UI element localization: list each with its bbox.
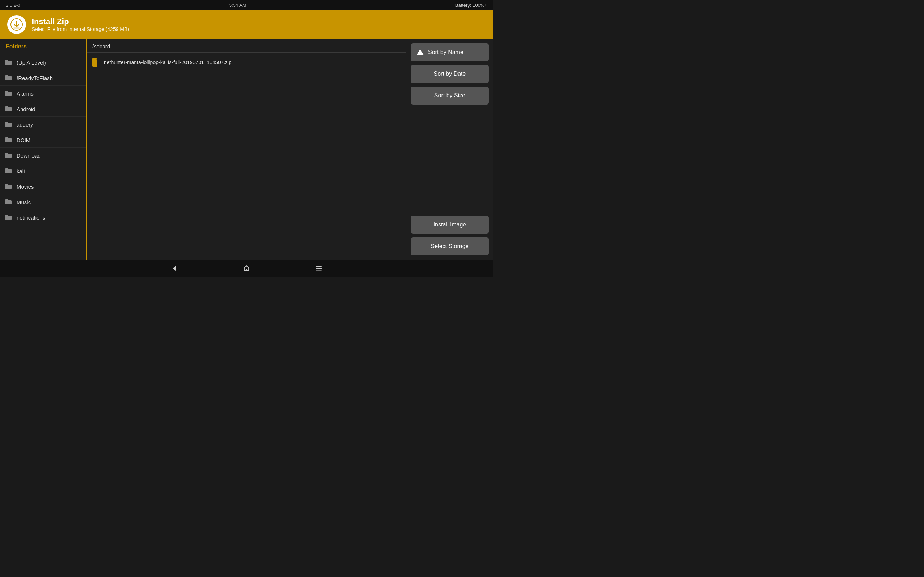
sort-by-size-button[interactable]: Sort by Size — [411, 87, 489, 105]
folder-icon — [4, 121, 12, 128]
menu-icon — [315, 265, 322, 272]
file-item[interactable]: nethunter-manta-lollipop-kalifs-full-201… — [87, 54, 406, 71]
sidebar: Folders (Up A Level)!ReadyToFlashAlarmsA… — [0, 39, 87, 259]
folder-name: DCIM — [16, 137, 30, 143]
folder-item[interactable]: DCIM — [0, 132, 86, 148]
folder-name: kali — [16, 168, 25, 174]
folder-name: Music — [16, 199, 31, 205]
time-text: 5:54 AM — [229, 3, 247, 8]
folder-name: aquery — [16, 121, 33, 128]
sort-by-name-label: Sort by Name — [428, 49, 464, 56]
sort-name-icon — [417, 49, 424, 55]
back-button[interactable] — [167, 261, 181, 276]
svg-rect-5 — [316, 268, 321, 269]
folder-item[interactable]: Movies — [0, 179, 86, 194]
install-image-button[interactable]: Install Image — [411, 216, 489, 234]
version-text: 3.0.2-0 — [6, 3, 20, 8]
folder-icon — [4, 213, 12, 221]
spacer — [411, 108, 489, 212]
app-icon — [7, 15, 26, 34]
nav-bar — [0, 259, 493, 277]
menu-button[interactable] — [312, 261, 326, 276]
app-title-group: Install Zip Select File from Internal St… — [32, 17, 129, 32]
folder-item[interactable]: aquery — [0, 117, 86, 132]
folder-item[interactable]: Alarms — [0, 86, 86, 102]
folder-name: (Up A Level) — [16, 60, 46, 66]
file-area: /sdcard nethunter-manta-lollipop-kalifs-… — [87, 39, 406, 259]
file-doc-icon — [92, 58, 100, 67]
sidebar-header: Folders — [0, 39, 86, 53]
install-image-label: Install Image — [433, 221, 466, 228]
home-icon — [243, 265, 250, 272]
file-list: nethunter-manta-lollipop-kalifs-full-201… — [87, 53, 406, 259]
folder-name: Movies — [16, 184, 34, 190]
folder-icon — [4, 152, 12, 160]
folder-icon — [4, 74, 12, 82]
file-name: nethunter-manta-lollipop-kalifs-full-201… — [104, 60, 231, 65]
folder-icon — [4, 105, 12, 113]
folder-icon — [4, 182, 12, 190]
back-icon — [171, 265, 178, 272]
sidebar-divider — [0, 53, 86, 53]
svg-rect-6 — [316, 270, 321, 271]
folder-item[interactable]: notifications — [0, 210, 86, 226]
folder-item[interactable]: Download — [0, 148, 86, 163]
folder-name: notifications — [16, 214, 45, 221]
folder-item[interactable]: kali — [0, 163, 86, 179]
folder-icon — [4, 198, 12, 206]
folder-list: (Up A Level)!ReadyToFlashAlarmsAndroidaq… — [0, 55, 86, 226]
sort-by-name-button[interactable]: Sort by Name — [411, 43, 489, 61]
folder-name: Android — [16, 106, 36, 112]
right-panel: Sort by Name Sort by Date Sort by Size I… — [406, 39, 493, 259]
svg-rect-3 — [246, 269, 247, 271]
folder-item[interactable]: (Up A Level) — [0, 55, 86, 70]
main-content: Folders (Up A Level)!ReadyToFlashAlarmsA… — [0, 39, 493, 259]
sort-by-date-button[interactable]: Sort by Date — [411, 65, 489, 83]
app-bar: Install Zip Select File from Internal St… — [0, 10, 493, 39]
battery-text: Battery: 100%+ — [455, 3, 487, 8]
folder-name: Download — [16, 153, 41, 159]
status-bar: 3.0.2-0 5:54 AM Battery: 100%+ — [0, 0, 493, 10]
select-storage-button[interactable]: Select Storage — [411, 237, 489, 255]
folder-icon — [4, 167, 12, 175]
home-button[interactable] — [239, 261, 254, 276]
folder-name: !ReadyToFlash — [16, 75, 53, 81]
app-title: Install Zip — [32, 17, 129, 26]
sort-by-date-label: Sort by Date — [434, 71, 466, 77]
folder-name: Alarms — [16, 90, 34, 97]
install-zip-icon — [10, 18, 23, 31]
folder-icon — [4, 58, 12, 66]
svg-marker-2 — [173, 266, 176, 271]
folder-item[interactable]: !ReadyToFlash — [0, 70, 86, 86]
folder-item[interactable]: Music — [0, 194, 86, 210]
folder-icon — [4, 136, 12, 144]
folder-icon — [4, 89, 12, 97]
svg-rect-4 — [316, 266, 321, 267]
select-storage-label: Select Storage — [431, 243, 469, 250]
sort-by-size-label: Sort by Size — [434, 92, 465, 99]
app-subtitle: Select File from Internal Storage (4259 … — [32, 26, 129, 32]
path-header: /sdcard — [87, 39, 406, 53]
folder-item[interactable]: Android — [0, 102, 86, 117]
